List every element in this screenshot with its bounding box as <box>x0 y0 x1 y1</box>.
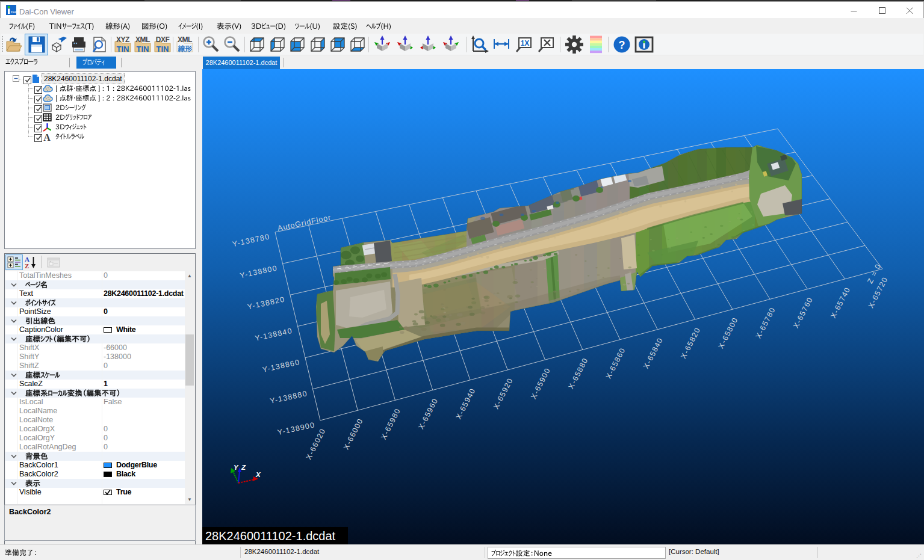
svg-text:DXF: DXF <box>156 35 170 44</box>
svg-text:Con: Con <box>11 10 16 14</box>
svg-text:TIN: TIN <box>117 45 129 54</box>
svg-text:XML: XML <box>178 35 192 44</box>
svg-text:X: X <box>255 471 261 478</box>
svg-text:Z: Z <box>241 464 246 471</box>
svg-text:XML: XML <box>135 35 150 44</box>
svg-text:A: A <box>43 132 51 141</box>
svg-text:XYZ: XYZ <box>116 35 129 44</box>
svg-text:Z: Z <box>25 262 29 269</box>
svg-text:1X: 1X <box>521 39 530 48</box>
svg-text:?: ? <box>619 39 625 51</box>
svg-text:TIN: TIN <box>137 45 149 54</box>
svg-text:28K2460011102-1.dcdat: 28K2460011102-1.dcdat <box>205 529 336 543</box>
svg-text:Y: Y <box>234 464 239 471</box>
svg-text:TIN: TIN <box>157 45 169 54</box>
